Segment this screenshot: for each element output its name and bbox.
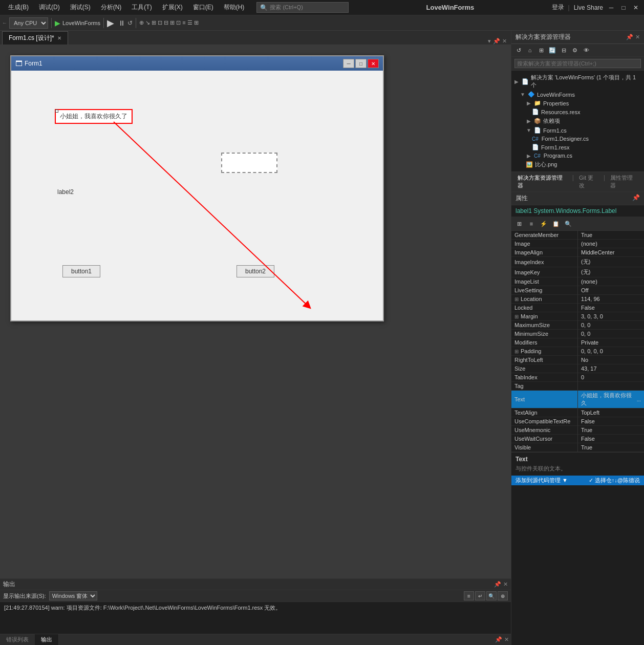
props-table-row-2[interactable]: ImageAlignMiddleCenter: [511, 248, 644, 257]
close-tab-icon[interactable]: ✕: [502, 38, 507, 45]
prop-value-18[interactable]: 小姐姐，我喜欢你很久...: [578, 391, 644, 408]
toolbar-restart[interactable]: ↺: [127, 19, 133, 27]
status-add-code[interactable]: 添加到源代码管理 ▼: [516, 477, 568, 484]
form-maximize-btn[interactable]: □: [355, 59, 367, 68]
props-btn-events[interactable]: ⚡: [538, 218, 549, 229]
props-table-row-7[interactable]: ⊞Location114, 96: [511, 295, 644, 304]
output-tab[interactable]: 输出: [35, 634, 59, 645]
menu-tools[interactable]: 工具(T): [127, 2, 156, 13]
tree-item-form1-resx[interactable]: 📄 Form1.resx: [511, 143, 644, 152]
se-tab-props-mgr[interactable]: 属性管理器: [606, 173, 642, 190]
tree-item-program[interactable]: ▶ C# Program.cs: [511, 152, 644, 160]
pin-icon[interactable]: 📌: [493, 38, 500, 45]
props-btn-alpha[interactable]: ≡: [526, 218, 537, 229]
props-pin[interactable]: 📌: [632, 194, 640, 201]
props-table-row-5[interactable]: ImageList(none): [511, 277, 644, 286]
minimize-button[interactable]: ─: [607, 4, 615, 12]
tree-item-image[interactable]: 🖼️ 比心.png: [511, 160, 644, 169]
button1[interactable]: button1: [62, 265, 100, 277]
tree-item-form1cs[interactable]: ▼ 📄 Form1.cs: [511, 126, 644, 135]
menu-test[interactable]: 测试(S): [66, 2, 95, 13]
live-share-btn[interactable]: Live Share: [574, 4, 603, 11]
output-btn-clear[interactable]: ≡: [464, 591, 474, 600]
tree-item-solution[interactable]: ▶ 📄 解决方案 'LoveWinForms' (1 个项目，共 1 个: [511, 73, 644, 90]
se-props-btn[interactable]: ⚙: [570, 45, 580, 55]
menu-window[interactable]: 窗口(E): [189, 2, 218, 13]
props-table-row-17[interactable]: Tag: [511, 382, 644, 391]
menu-debug[interactable]: 调试(D): [35, 2, 64, 13]
tree-item-project[interactable]: ▼ 🔷 LoveWinForms: [511, 90, 644, 99]
props-table-row-22[interactable]: UseWaitCursorFalse: [511, 435, 644, 443]
menu-help[interactable]: 帮助(H): [220, 2, 249, 13]
se-filter-btn[interactable]: ⊞: [536, 45, 546, 55]
se-pin-icon[interactable]: 📌: [626, 34, 633, 40]
props-table-row-23[interactable]: VisibleTrue: [511, 443, 644, 452]
props-table-row-16[interactable]: TabIndex0: [511, 373, 644, 382]
props-table-row-4[interactable]: ImageKey(无): [511, 267, 644, 277]
se-search-input[interactable]: [514, 59, 641, 68]
tab-form1-design[interactable]: Form1.cs [设计]* ✕: [2, 31, 68, 45]
maximize-button[interactable]: □: [619, 4, 628, 12]
output-btn-wrap[interactable]: ↵: [475, 591, 485, 600]
se-tab-git[interactable]: Git 更改: [575, 173, 603, 190]
se-sync-btn[interactable]: ↺: [513, 45, 524, 55]
toolbar-back[interactable]: ←: [2, 20, 7, 26]
play-button[interactable]: ▶: [55, 19, 60, 27]
props-table-row-9[interactable]: ⊞Margin3, 0, 3, 0: [511, 312, 644, 321]
se-refresh-btn[interactable]: 🔄: [547, 45, 557, 55]
bottom-tab-pin[interactable]: 📌: [495, 636, 502, 643]
tab-close-icon[interactable]: ✕: [57, 35, 61, 41]
menu-generate[interactable]: 生成(B): [4, 2, 33, 13]
se-tab-active[interactable]: 解决方案资源管理器: [513, 173, 571, 190]
menu-extend[interactable]: 扩展(X): [158, 2, 187, 13]
props-btn-proppage[interactable]: 📋: [550, 218, 562, 229]
output-close[interactable]: ✕: [503, 581, 508, 588]
props-table-row-13[interactable]: ⊞Padding0, 0, 0, 0: [511, 347, 644, 356]
bottom-tab-close[interactable]: ✕: [504, 636, 509, 643]
props-table-row-14[interactable]: RightToLeftNo: [511, 356, 644, 364]
user-label[interactable]: 登录: [552, 3, 564, 12]
props-table-row-11[interactable]: MinimumSize0, 0: [511, 330, 644, 338]
form-window[interactable]: 🗖 Form1 ─ □ ✕ 小姐姐，我喜欢你很久了: [10, 55, 384, 321]
props-table-row-3[interactable]: ImageIndex(无): [511, 257, 644, 267]
props-table-row-18[interactable]: Text小姐姐，我喜欢你很久...: [511, 391, 644, 408]
config-dropdown[interactable]: Any CPU: [9, 17, 48, 29]
props-table-row-15[interactable]: Size43, 17: [511, 364, 644, 373]
props-btn-search[interactable]: 🔍: [563, 218, 574, 229]
toolbar-extra[interactable]: ⊕ ↘ ⊞ ⊡ ⊟ ⊞ ⊡ ≡ ☰ ⊞: [139, 19, 199, 26]
tree-item-deps[interactable]: ▶ 📦 依赖项: [511, 116, 644, 126]
output-source-select[interactable]: Windows 窗体: [49, 591, 97, 600]
form-close-btn[interactable]: ✕: [368, 59, 379, 68]
props-table-row-20[interactable]: UseCompatibleTextReFalse: [511, 417, 644, 426]
tree-item-resources[interactable]: 📄 Resources.resx: [511, 107, 644, 116]
props-table-row-19[interactable]: TextAlignTopLeft: [511, 408, 644, 417]
props-btn-categ[interactable]: ⊞: [513, 218, 525, 229]
props-table-row-1[interactable]: Image(none): [511, 240, 644, 248]
tree-item-properties[interactable]: ▶ 📁 Properties: [511, 99, 644, 107]
se-close-icon[interactable]: ✕: [635, 34, 640, 40]
label2[interactable]: label2: [57, 188, 74, 196]
props-table-row-0[interactable]: GenerateMemberTrue: [511, 231, 644, 240]
label1[interactable]: 小姐姐，我喜欢你很久了: [55, 109, 133, 124]
props-table-row-6[interactable]: LiveSettingOff: [511, 286, 644, 295]
button2[interactable]: button2: [237, 265, 274, 277]
props-table-row-8[interactable]: LockedFalse: [511, 304, 644, 312]
search-box[interactable]: 🔍 搜索 (Ctrl+Q): [256, 2, 349, 13]
error-list-tab[interactable]: 错误列表: [0, 634, 35, 645]
output-pin[interactable]: 📌: [494, 581, 501, 588]
output-btn-find[interactable]: 🔍: [486, 591, 497, 600]
props-table-row-12[interactable]: ModifiersPrivate: [511, 338, 644, 347]
menu-analyze[interactable]: 分析(N): [97, 2, 126, 13]
form-minimize-btn[interactable]: ─: [343, 59, 354, 68]
se-collapse-btn[interactable]: ⊟: [559, 45, 569, 55]
toolbar-stop[interactable]: ⏸: [118, 19, 125, 27]
textbox1[interactable]: [221, 153, 277, 173]
se-home-btn[interactable]: ⌂: [525, 45, 535, 55]
tree-item-form1-designer[interactable]: C# Form1.Designer.cs: [511, 135, 644, 143]
se-preview-btn[interactable]: 👁: [581, 45, 591, 55]
props-table-row-21[interactable]: UseMnemonicTrue: [511, 426, 644, 435]
tab-dropdown-icon[interactable]: ▾: [488, 38, 491, 45]
toolbar-debug-btn[interactable]: ▶: [107, 17, 114, 29]
close-button[interactable]: ✕: [632, 4, 640, 12]
output-btn-copy[interactable]: ⊕: [498, 591, 508, 600]
